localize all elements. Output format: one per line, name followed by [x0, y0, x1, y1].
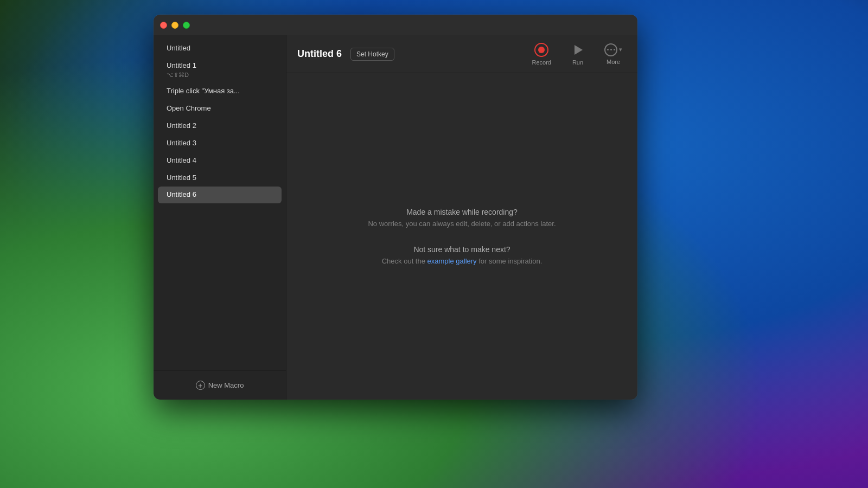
sidebar-item-untitled-4[interactable]: Untitled 4 [158, 152, 282, 169]
run-label: Run [572, 59, 583, 66]
content-area: Made a mistake while recording? No worri… [286, 73, 637, 400]
sidebar-item-label: Open Chrome [167, 104, 211, 112]
sidebar-item-label: Untitled 2 [167, 121, 196, 130]
sidebar-item-label: Untitled 3 [167, 139, 196, 147]
more-icon-wrapper: ▾ [604, 43, 622, 56]
hint2-body: Check out the example gallery for some i… [382, 257, 542, 265]
hint2-body-after: for some inspiration. [477, 257, 542, 265]
sidebar-item-label: Untitled 6 [167, 190, 196, 198]
more-dots [607, 49, 615, 50]
more-button[interactable]: ▾ More [600, 41, 627, 67]
sidebar-item-hotkey: ⌥⇧⌘D [167, 71, 273, 79]
more-label: More [607, 59, 620, 65]
record-dot [538, 47, 545, 53]
more-dot-2 [610, 49, 612, 50]
traffic-lights [160, 22, 190, 29]
sidebar-item-untitled-3[interactable]: Untitled 3 [158, 135, 282, 152]
hint2-title: Not sure what to make next? [382, 245, 542, 254]
example-gallery-link[interactable]: example gallery [427, 257, 477, 265]
record-icon [534, 43, 548, 57]
more-dot-3 [614, 49, 615, 50]
sidebar-item-triple-click[interactable]: Triple click "Умная за... [158, 83, 282, 100]
close-button[interactable] [160, 22, 167, 29]
sidebar-footer: + New Macro [154, 370, 286, 400]
sidebar-item-untitled-5[interactable]: Untitled 5 [158, 170, 282, 187]
record-label: Record [532, 59, 551, 66]
sidebar-item-label: Triple click "Умная за... [167, 87, 240, 95]
sidebar: UntitledUntitled 1⌥⇧⌘DTriple click "Умна… [154, 35, 286, 400]
title-bar [154, 15, 637, 35]
more-dot-1 [607, 49, 609, 50]
hint1-title: Made a mistake while recording? [368, 208, 556, 216]
sidebar-item-untitled-1[interactable]: Untitled 1⌥⇧⌘D [158, 57, 282, 82]
play-triangle-icon [575, 45, 583, 55]
plus-circle-icon: + [196, 381, 205, 390]
sidebar-item-label: Untitled 1 [167, 61, 196, 69]
toolbar: Untitled 6 Set Hotkey Record Run [286, 35, 637, 73]
sidebar-item-label: Untitled 5 [167, 174, 196, 182]
minimize-button[interactable] [171, 22, 178, 29]
more-circle-icon [604, 43, 617, 56]
new-macro-label: New Macro [208, 381, 244, 389]
sidebar-item-untitled-6[interactable]: Untitled 6 [158, 187, 282, 203]
hint2-body-before: Check out the [382, 257, 427, 265]
sidebar-item-label: Untitled 4 [167, 156, 196, 164]
new-macro-button[interactable]: + New Macro [189, 377, 251, 393]
hint1-body: No worries, you can always edit, delete,… [368, 220, 556, 228]
hint-gallery: Not sure what to make next? Check out th… [382, 245, 542, 265]
hint-recording: Made a mistake while recording? No worri… [368, 208, 556, 228]
maximize-button[interactable] [183, 22, 190, 29]
sidebar-item-untitled-2[interactable]: Untitled 2 [158, 118, 282, 134]
sidebar-item-open-chrome[interactable]: Open Chrome [158, 100, 282, 117]
macro-title: Untitled 6 [297, 48, 342, 60]
sidebar-item-label: Untitled [167, 44, 190, 52]
set-hotkey-button[interactable]: Set Hotkey [350, 48, 394, 61]
sidebar-list: UntitledUntitled 1⌥⇧⌘DTriple click "Умна… [154, 35, 286, 370]
sidebar-item-untitled[interactable]: Untitled [158, 40, 282, 57]
app-window: UntitledUntitled 1⌥⇧⌘DTriple click "Умна… [154, 15, 637, 400]
run-button[interactable]: Run [566, 41, 589, 68]
chevron-down-icon: ▾ [619, 46, 622, 53]
window-body: UntitledUntitled 1⌥⇧⌘DTriple click "Умна… [154, 35, 637, 400]
main-panel: Untitled 6 Set Hotkey Record Run [286, 35, 637, 400]
toolbar-actions: Record Run [528, 41, 627, 68]
run-icon [571, 43, 585, 57]
record-button[interactable]: Record [528, 41, 556, 68]
